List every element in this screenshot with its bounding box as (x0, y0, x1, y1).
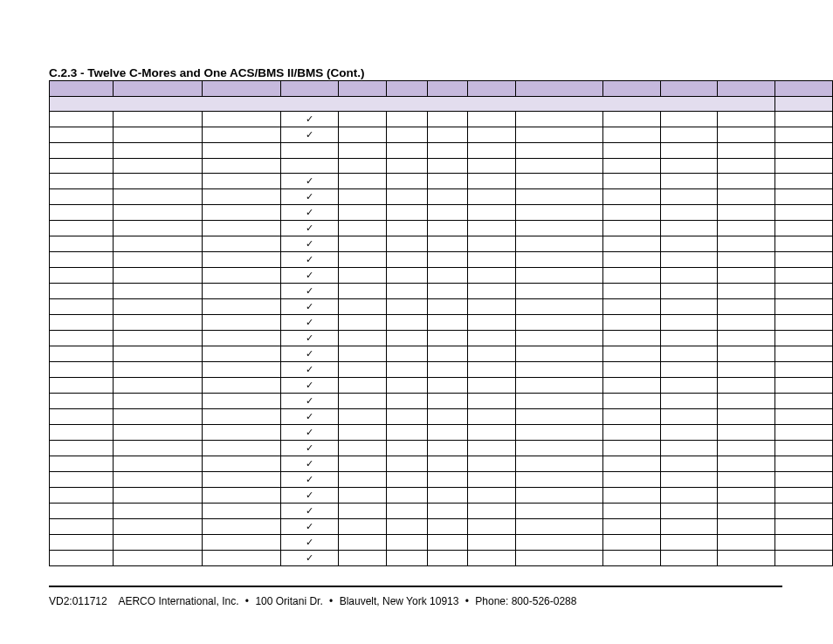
table-cell (775, 189, 833, 205)
phone-number: 800-526-0288 (512, 595, 577, 607)
table-cell (386, 425, 427, 441)
table-cell (660, 472, 718, 488)
table-cell (203, 189, 281, 205)
table-cell (338, 362, 386, 378)
table-cell (718, 127, 775, 143)
table-cell (602, 456, 660, 472)
table-cell (718, 268, 775, 284)
table-cell (468, 127, 516, 143)
table-row: ✓ (50, 331, 833, 346)
header-cell (775, 81, 833, 97)
table-cell (338, 346, 386, 362)
table-cell (386, 284, 427, 299)
table-cell (338, 127, 386, 143)
table-cell (718, 174, 775, 189)
table-cell (386, 472, 427, 488)
table-cell (468, 252, 516, 268)
table-row: ✓ (50, 535, 833, 551)
table-cell (203, 205, 281, 221)
table-cell (468, 488, 516, 504)
table-row: ✓ (50, 315, 833, 331)
table-row: ✓ (50, 252, 833, 268)
table-cell (113, 456, 203, 472)
table-cell (203, 299, 281, 315)
doc-code: VD2:011712 (49, 595, 107, 607)
table-cell (775, 143, 833, 159)
table-cell (718, 425, 775, 441)
table-cell (660, 315, 718, 331)
table-cell (718, 284, 775, 299)
table-cell (468, 362, 516, 378)
table-cell (660, 441, 718, 456)
table-cell (516, 488, 603, 504)
city-state-zip: Blauvelt, New York 10913 (340, 595, 459, 607)
checkmark-icon: ✓ (281, 127, 339, 143)
header-cell (468, 81, 516, 97)
table-cell (775, 488, 833, 504)
checkmark-icon: ✓ (281, 456, 339, 472)
table-cell (113, 488, 203, 504)
table-row: ✓ (50, 346, 833, 362)
table-cell (468, 112, 516, 127)
table-cell (468, 143, 516, 159)
table-cell (516, 425, 603, 441)
table-cell (516, 394, 603, 409)
table-cell (338, 378, 386, 394)
table-cell (775, 236, 833, 252)
phone-label: Phone: (475, 595, 508, 607)
table-cell (516, 112, 603, 127)
table-cell (427, 488, 468, 504)
table-cell (602, 362, 660, 378)
table-cell (386, 441, 427, 456)
table-cell (468, 378, 516, 394)
header-cell (775, 96, 833, 112)
table-cell (50, 488, 114, 504)
table-cell (427, 331, 468, 346)
table-cell (50, 504, 114, 519)
table-cell (427, 519, 468, 535)
table-cell (113, 519, 203, 535)
table-cell (660, 143, 718, 159)
table-cell (468, 189, 516, 205)
table-cell (427, 127, 468, 143)
table-cell (203, 112, 281, 127)
table-cell (386, 252, 427, 268)
table-cell (468, 331, 516, 346)
table-cell (338, 519, 386, 535)
table-cell (113, 174, 203, 189)
table-cell (516, 299, 603, 315)
table-cell (50, 174, 114, 189)
table-cell (427, 189, 468, 205)
table-cell (775, 394, 833, 409)
table-cell (660, 551, 718, 566)
table-cell (602, 425, 660, 441)
table-cell (660, 189, 718, 205)
table-row: ✓ (50, 174, 833, 189)
table-cell (50, 456, 114, 472)
table-row: ✓ (50, 268, 833, 284)
table-cell (386, 519, 427, 535)
table-row: ✓ (50, 456, 833, 472)
table-cell (113, 205, 203, 221)
table-row: ✓ (50, 488, 833, 504)
table-cell (516, 205, 603, 221)
table-cell (468, 299, 516, 315)
table-cell (775, 331, 833, 346)
checkmark-icon: ✓ (281, 394, 339, 409)
table-cell (516, 221, 603, 236)
table-cell (516, 268, 603, 284)
table-cell (775, 409, 833, 425)
header-cell (427, 81, 468, 97)
table-row (50, 158, 833, 174)
table-cell (427, 362, 468, 378)
checkmark-icon: ✓ (281, 299, 339, 315)
checkmark-icon: ✓ (281, 409, 339, 425)
table-cell (516, 284, 603, 299)
table-cell (203, 268, 281, 284)
table-cell (602, 268, 660, 284)
table-cell (516, 174, 603, 189)
header-cell (386, 81, 427, 97)
table-cell (386, 535, 427, 551)
table-cell (718, 221, 775, 236)
table-cell (427, 504, 468, 519)
